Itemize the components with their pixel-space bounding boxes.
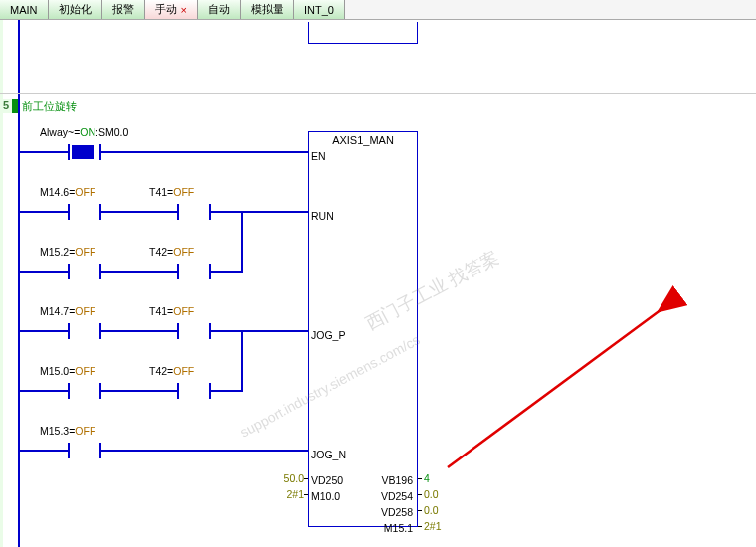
contact-m153[interactable]: M15.3=OFF: [40, 425, 129, 462]
network-number: 5: [0, 99, 12, 113]
val-vb196: 4: [424, 472, 430, 484]
contact-t42-a[interactable]: T42=OFF: [149, 246, 239, 283]
pin-vb196: VB196: [381, 474, 413, 486]
svg-line-0: [448, 298, 676, 467]
tab-bar: MAIN 初始化 报警 手动 × 自动 模拟量 INT_0: [0, 0, 756, 20]
contact-m150[interactable]: M15.0=OFF: [40, 365, 129, 403]
contact-sm00[interactable]: Alway~=ON:SM0.0: [40, 126, 129, 164]
contact-t41-a[interactable]: T41=OFF: [149, 186, 239, 224]
prev-block-fragment: [308, 22, 418, 44]
val-vd258: 0.0: [424, 504, 439, 516]
tab-init[interactable]: 初始化: [49, 0, 102, 19]
tab-manual[interactable]: 手动 ×: [145, 0, 198, 19]
val-m151: 2#1: [424, 520, 442, 532]
tab-int0[interactable]: INT_0: [294, 0, 345, 19]
ladder-canvas: 5 前工位旋转 Alway~=ON:SM0.0 M14.6=OFF T41=OF…: [0, 20, 756, 547]
val-vd254: 0.0: [424, 488, 439, 500]
tab-analog[interactable]: 模拟量: [241, 0, 294, 19]
pin-vd250: VD250: [311, 474, 343, 486]
network-bar: [12, 99, 18, 113]
contact-m147[interactable]: M14.7=OFF: [40, 305, 129, 343]
pin-m151: M15.1: [384, 522, 413, 534]
val-vd250: 50.0: [269, 472, 304, 484]
val-m100: 2#1: [269, 488, 304, 500]
pin-en: EN: [311, 150, 326, 162]
tab-alarm[interactable]: 报警: [102, 0, 145, 19]
contact-m152[interactable]: M15.2=OFF: [40, 246, 129, 283]
contact-t41-b[interactable]: T41=OFF: [149, 305, 239, 343]
tab-auto[interactable]: 自动: [198, 0, 241, 19]
left-power-rail: [18, 20, 20, 547]
pin-jogn: JOG_N: [311, 449, 346, 460]
network-title: 前工位旋转: [22, 99, 77, 114]
pin-run: RUN: [311, 210, 334, 222]
tab-main[interactable]: MAIN: [0, 0, 49, 19]
pin-m100: M10.0: [311, 490, 340, 502]
pin-jogp: JOG_P: [311, 329, 345, 341]
contact-t42-b[interactable]: T42=OFF: [149, 365, 239, 403]
block-title: AXIS1_MAN: [309, 134, 417, 146]
function-block-axis1-man[interactable]: AXIS1_MAN EN RUN JOG_P JOG_N VD250 M10.0…: [308, 131, 418, 527]
contact-m146[interactable]: M14.6=OFF: [40, 186, 129, 224]
close-icon[interactable]: ×: [181, 4, 187, 16]
pin-vd254: VD254: [381, 490, 413, 502]
pin-vd258: VD258: [381, 506, 413, 518]
